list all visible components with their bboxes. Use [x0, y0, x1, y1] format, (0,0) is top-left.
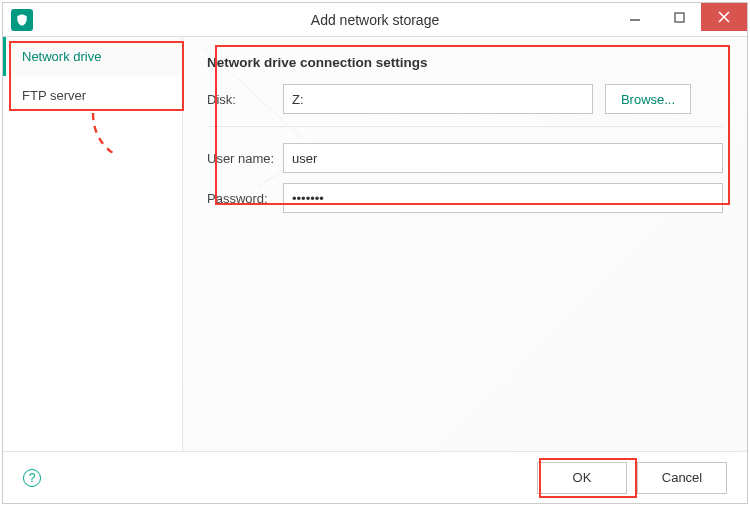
help-icon[interactable]: ?: [23, 469, 41, 487]
window-controls: [613, 3, 747, 31]
disk-input[interactable]: [283, 84, 593, 114]
sidebar-item-ftp-server[interactable]: FTP server: [3, 76, 182, 115]
section-title: Network drive connection settings: [207, 55, 723, 70]
content-area: Network drive FTP server Network drive c…: [3, 37, 747, 451]
username-row: User name:: [207, 143, 723, 173]
footer: ? OK Cancel: [3, 451, 747, 503]
password-input[interactable]: [283, 183, 723, 213]
divider: [207, 126, 723, 127]
disk-label: Disk:: [207, 92, 283, 107]
form-panel: Network drive connection settings Disk: …: [183, 37, 747, 451]
browse-button[interactable]: Browse...: [605, 84, 691, 114]
ok-button[interactable]: OK: [537, 462, 627, 494]
password-label: Password:: [207, 191, 283, 206]
titlebar: Add network storage: [3, 3, 747, 37]
sidebar-item-network-drive[interactable]: Network drive: [3, 37, 182, 76]
dialog-window: Add network storage Network d: [2, 2, 748, 504]
sidebar-item-label: Network drive: [22, 49, 101, 64]
disk-row: Disk: Browse...: [207, 84, 723, 114]
username-label: User name:: [207, 151, 283, 166]
app-shield-icon: [11, 9, 33, 31]
help-label: ?: [29, 471, 36, 485]
password-row: Password:: [207, 183, 723, 213]
username-input[interactable]: [283, 143, 723, 173]
sidebar-item-label: FTP server: [22, 88, 86, 103]
sidebar: Network drive FTP server: [3, 37, 183, 451]
close-button[interactable]: [701, 3, 747, 31]
minimize-button[interactable]: [613, 3, 657, 31]
maximize-button[interactable]: [657, 3, 701, 31]
cancel-button[interactable]: Cancel: [637, 462, 727, 494]
svg-rect-1: [675, 13, 684, 22]
